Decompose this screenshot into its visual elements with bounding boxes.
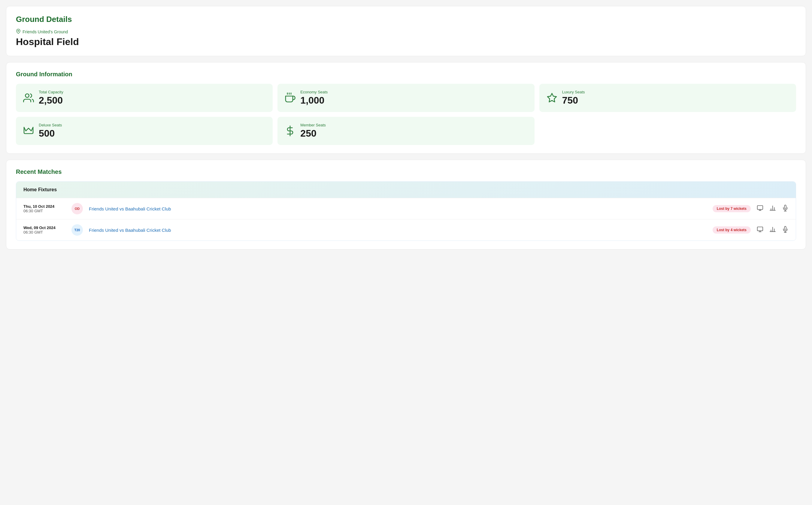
dollar-icon: [285, 126, 296, 136]
ground-location: Friends United's Ground: [16, 29, 796, 34]
match-actions-2: [757, 226, 789, 234]
fixtures-header-title: Home Fixtures: [23, 187, 57, 192]
economy-seats-label: Economy Seats: [300, 90, 328, 94]
match-datetime-1: Thu, 10 Oct 2024 06:30 GMT: [23, 204, 65, 213]
crown-icon: [23, 126, 34, 136]
match-title-1: Friends United vs Baahubali Cricket Club: [89, 206, 706, 211]
recent-matches-card: Recent Matches Home Fixtures Thu, 10 Oct…: [6, 160, 806, 249]
bar-chart-icon-2[interactable]: [769, 226, 776, 234]
member-seats-info: Member Seats 250: [300, 123, 326, 139]
stat-luxury-seats: Luxury Seats 750: [539, 84, 796, 112]
location-label: Friends United's Ground: [22, 29, 68, 34]
coffee-icon: [285, 93, 296, 103]
svg-point-0: [18, 30, 19, 31]
total-capacity-label: Total Capacity: [39, 90, 63, 94]
svg-rect-7: [757, 205, 763, 209]
total-capacity-value: 2,500: [39, 95, 63, 106]
member-seats-label: Member Seats: [300, 123, 326, 127]
match-type-badge-2: T20: [71, 224, 83, 236]
match-result-2: Lost by 4 wickets: [712, 226, 751, 233]
match-datetime-2: Wed, 09 Oct 2024 06:30 GMT: [23, 225, 65, 234]
economy-seats-value: 1,000: [300, 95, 328, 106]
stat-economy-seats: Economy Seats 1,000: [278, 84, 534, 112]
ground-info-title: Ground Information: [16, 71, 796, 78]
empty-cell: [539, 117, 796, 145]
luxury-seats-info: Luxury Seats 750: [562, 90, 585, 106]
monitor-icon-1[interactable]: [757, 205, 763, 213]
deluxe-seats-label: Deluxe Seats: [39, 123, 62, 127]
recent-matches-title: Recent Matches: [16, 168, 796, 175]
monitor-icon-2[interactable]: [757, 226, 763, 234]
match-result-1: Lost by 7 wickets: [712, 205, 751, 212]
match-date-1: Thu, 10 Oct 2024: [23, 204, 65, 209]
match-time-1: 06:30 GMT: [23, 209, 65, 213]
total-capacity-info: Total Capacity 2,500: [39, 90, 63, 106]
ground-details-card: Ground Details Friends United's Ground H…: [6, 6, 806, 56]
deluxe-seats-value: 500: [39, 128, 62, 139]
stats-grid-top: Total Capacity 2,500 Economy Seats 1,000: [16, 84, 796, 112]
bar-chart-icon-1[interactable]: [769, 205, 776, 213]
mic-icon-1[interactable]: [782, 205, 789, 213]
svg-rect-16: [757, 227, 763, 230]
match-row: Thu, 10 Oct 2024 06:30 GMT OD Friends Un…: [16, 198, 796, 219]
match-actions-1: [757, 205, 789, 213]
match-date-2: Wed, 09 Oct 2024: [23, 225, 65, 230]
svg-marker-5: [547, 94, 556, 102]
match-title-2: Friends United vs Baahubali Cricket Club: [89, 227, 706, 233]
stat-deluxe-seats: Deluxe Seats 500: [16, 117, 273, 145]
economy-seats-info: Economy Seats 1,000: [300, 90, 328, 106]
location-icon: [16, 29, 21, 34]
stats-grid-bottom: Deluxe Seats 500 Member Seats 250: [16, 117, 796, 145]
ground-details-title: Ground Details: [16, 15, 796, 24]
mic-icon-2[interactable]: [782, 226, 789, 234]
match-time-2: 06:30 GMT: [23, 230, 65, 234]
member-seats-value: 250: [300, 128, 326, 139]
luxury-seats-label: Luxury Seats: [562, 90, 585, 94]
svg-point-1: [25, 94, 29, 98]
star-icon: [546, 93, 557, 103]
fixtures-header: Home Fixtures: [16, 182, 796, 198]
ground-info-card: Ground Information Total Capacity 2,500: [6, 62, 806, 154]
fixtures-container: Home Fixtures Thu, 10 Oct 2024 06:30 GMT…: [16, 181, 796, 241]
luxury-seats-value: 750: [562, 95, 585, 106]
match-type-badge-1: OD: [71, 203, 83, 214]
users-icon: [23, 93, 34, 103]
match-row-2: Wed, 09 Oct 2024 06:30 GMT T20 Friends U…: [16, 219, 796, 240]
deluxe-seats-info: Deluxe Seats 500: [39, 123, 62, 139]
stat-total-capacity: Total Capacity 2,500: [16, 84, 273, 112]
stat-member-seats: Member Seats 250: [278, 117, 534, 145]
ground-name: Hospital Field: [16, 36, 796, 47]
